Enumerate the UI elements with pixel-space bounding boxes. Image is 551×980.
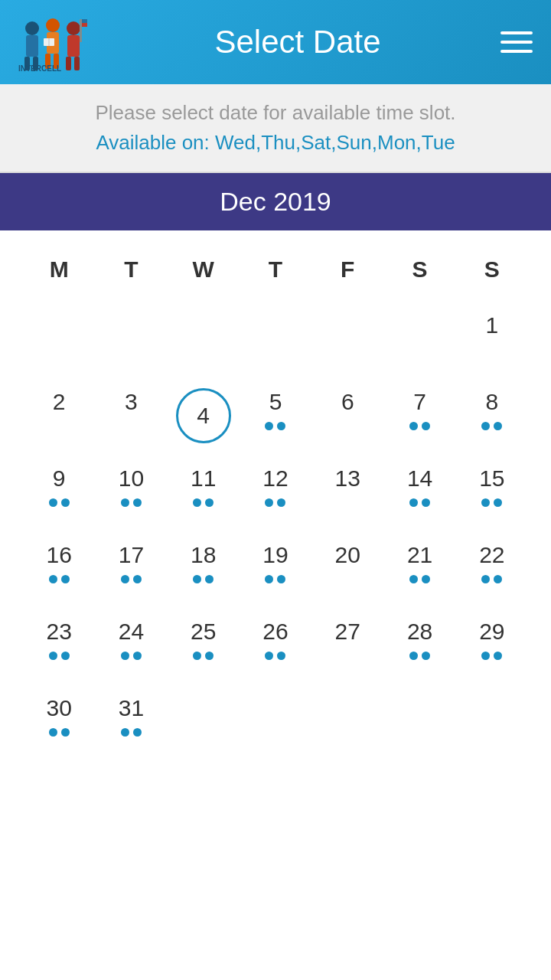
availability-dot [193,575,201,583]
svg-point-5 [46,18,60,32]
calendar-day[interactable]: 3 [95,377,167,454]
calendar-day[interactable]: 4 [168,377,240,454]
availability-dot [193,652,201,660]
availability-dots [481,652,502,660]
day-number: 5 [269,388,282,416]
availability-dots [409,422,430,430]
calendar-day[interactable]: 13 [311,454,383,531]
availability-dots [193,575,214,583]
calendar-day[interactable]: 10 [95,454,167,531]
availability-dot [265,652,273,660]
calendar-day[interactable]: 16 [23,531,95,607]
calendar-day[interactable]: 6 [311,377,383,454]
availability-dot [49,652,57,660]
availability-dot [277,652,285,660]
day-number: 27 [335,618,360,645]
calendar-day[interactable]: 22 [456,531,528,607]
availability-dots [49,652,70,660]
day-number: 23 [46,618,71,645]
day-number: 13 [335,465,360,492]
day-header: M [23,246,95,293]
calendar-day[interactable]: 21 [383,531,455,607]
calendar-day[interactable]: 27 [311,607,383,684]
availability-dot [121,728,129,737]
day-number: 28 [407,618,432,645]
availability-dot [61,498,70,507]
calendar-day[interactable]: 23 [23,607,95,684]
calendar-day[interactable]: 14 [383,454,455,531]
calendar-day[interactable]: 8 [456,377,528,454]
svg-rect-2 [26,35,38,57]
empty-cell [311,301,383,377]
calendar-day[interactable]: 20 [311,531,383,607]
availability-dot [61,728,70,737]
calendar-day[interactable]: 29 [456,607,528,684]
availability-dot [265,422,273,430]
svg-rect-13 [66,57,71,70]
calendar-day[interactable]: 5 [240,377,311,454]
availability-dot [265,498,273,507]
calendar-day[interactable]: 2 [23,377,95,454]
day-header: S [456,246,528,293]
svg-point-11 [67,21,80,35]
availability-dot [481,652,490,660]
availability-dot [49,575,57,583]
empty-cell [168,301,240,377]
day-header: T [95,246,167,293]
calendar-day[interactable]: 26 [240,607,311,684]
day-number: 19 [262,541,288,569]
calendar-day[interactable]: 24 [95,607,167,684]
calendar-day[interactable]: 17 [95,531,167,607]
day-number: 22 [479,541,504,569]
availability-dots [265,575,285,583]
calendar-day[interactable]: 31 [95,684,167,760]
availability-dots [481,575,502,583]
day-number: 26 [262,618,288,645]
calendar-day[interactable]: 7 [383,377,455,454]
availability-dot [422,575,430,583]
empty-cell [383,684,455,760]
day-number: 2 [53,388,66,416]
svg-rect-14 [74,57,80,70]
day-number: 24 [119,618,144,645]
calendar-day[interactable]: 30 [23,684,95,760]
day-number: 9 [53,465,66,492]
calendar-day[interactable]: 25 [168,607,240,684]
day-headers: MTWTFSS [23,246,528,293]
calendar-day[interactable]: 1 [456,301,528,377]
availability-dot [481,575,490,583]
availability-dots [49,498,70,507]
svg-rect-17 [82,23,87,27]
availability-dot [133,652,142,660]
day-number: 17 [119,541,144,569]
svg-point-1 [25,21,39,35]
day-number: 12 [262,465,288,492]
availability-dot [481,498,490,507]
availability-dot [121,498,129,507]
availability-dot [494,498,502,507]
empty-cell [456,684,528,760]
day-header: S [383,246,455,293]
availability-dots [121,728,142,737]
availability-dot [494,652,502,660]
day-header: W [168,246,240,293]
availability-dot [494,575,502,583]
calendar-day[interactable]: 18 [168,531,240,607]
availability-dot [409,422,418,430]
svg-rect-15 [80,19,82,42]
calendar-day[interactable]: 12 [240,454,311,531]
calendar-day[interactable]: 15 [456,454,528,531]
day-header: T [240,246,311,293]
calendar-day[interactable]: 19 [240,531,311,607]
calendar-day[interactable]: 28 [383,607,455,684]
availability-dot [49,728,57,737]
availability-dots [121,575,142,583]
day-number: 7 [413,388,426,416]
day-number: 21 [407,541,432,569]
calendar-day[interactable]: 11 [168,454,240,531]
calendar-day[interactable]: 9 [23,454,95,531]
svg-rect-12 [67,35,80,57]
calendar: MTWTFSS 12345678910111213141516171819202… [0,230,551,791]
day-number: 15 [479,465,504,492]
menu-button[interactable] [500,31,533,53]
